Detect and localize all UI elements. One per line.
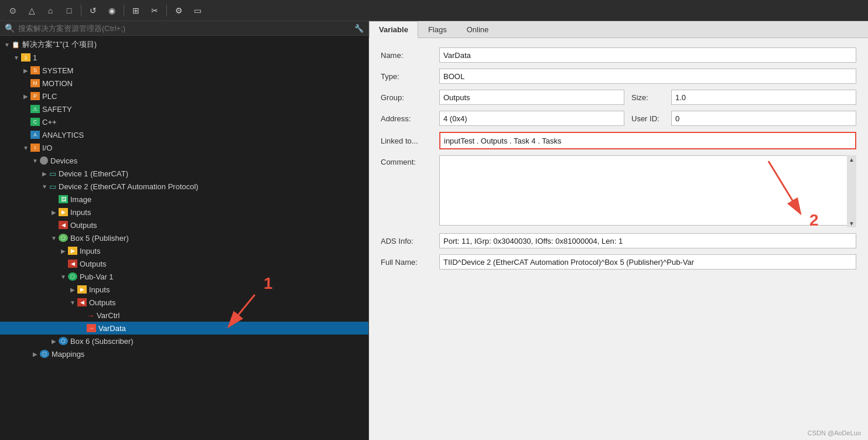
fullname-label: Full Name: (381, 258, 439, 267)
tree-label-inputs-pv: Inputs (89, 285, 110, 294)
device2-icon: ▭ (49, 182, 56, 191)
type-input[interactable] (439, 69, 856, 84)
tree-item-box5[interactable]: ▼ ⬡ Box 5 (Publisher) (0, 231, 368, 244)
tree-item-inputs-pv[interactable]: ▶ ▶ Inputs (0, 283, 368, 296)
tree-item-safety[interactable]: ⚠ SAFETY (0, 103, 368, 115)
arrow-icon: ▼ (68, 298, 77, 307)
tab-online[interactable]: Online (457, 21, 499, 37)
tree-item-inputs-b5[interactable]: ▶ ▶ Inputs (0, 244, 368, 257)
arrow-icon: ▶ (49, 336, 59, 346)
tree-item-devices[interactable]: ▼ Devices (0, 154, 368, 167)
search-options-icon[interactable]: 🔧 (354, 24, 364, 33)
address-label: Address: (381, 114, 439, 123)
io-icon: I (30, 144, 40, 152)
toolbar-btn-cut[interactable]: ✂ (146, 3, 163, 18)
type-label: Type: (381, 72, 439, 81)
tree-item-motion[interactable]: M MOTION (0, 77, 368, 90)
toolbar-btn-home[interactable]: ⌂ (42, 3, 59, 18)
ads-row: ADS Info: (381, 233, 856, 248)
toolbar-btn-3[interactable]: □ (61, 3, 77, 18)
tab-variable[interactable]: Variable (369, 21, 418, 38)
tree-label-outputs-b5: Outputs (80, 260, 107, 268)
comment-wrapper: ▲ ▼ (439, 155, 856, 227)
toolbar-btn-grid[interactable]: ⊞ (128, 3, 144, 18)
box5-icon: ⬡ (59, 234, 68, 242)
plc-icon: P (30, 92, 40, 100)
tree-item-solution[interactable]: ▼ 📋 解决方案"1"(1 个项目) (0, 38, 368, 51)
tree-item-vardata[interactable]: → VarData (0, 322, 368, 335)
tree-label-box5: Box 5 (Publisher) (70, 234, 129, 243)
arrow-icon: ▼ (21, 143, 30, 152)
tab-flags[interactable]: Flags (418, 21, 457, 37)
scroll-down-icon[interactable]: ▼ (848, 219, 856, 227)
tree-label-1: 1 (33, 53, 37, 62)
safety-icon: ⚠ (30, 105, 40, 113)
box6-icon: ⬡ (59, 337, 68, 345)
tree-label-outputs-pv: Outputs (89, 298, 116, 307)
size-input[interactable] (671, 90, 856, 105)
ads-input[interactable] (439, 233, 856, 248)
toolbar-sep-3 (166, 5, 167, 16)
toolbar-btn-4[interactable]: ◉ (104, 3, 120, 18)
tree-item-outputs-d2[interactable]: ◀ Outputs (0, 219, 368, 231)
tree-item-image[interactable]: 🖼 Image (0, 193, 368, 206)
tree-item-device1[interactable]: ▶ ▭ Device 1 (EtherCAT) (0, 167, 368, 180)
tree-label-plc: PLC (42, 92, 57, 101)
arrow-icon: ▼ (59, 272, 68, 281)
system-icon: S (30, 66, 40, 74)
toolbar-btn-rect[interactable]: ▭ (189, 3, 206, 18)
group-input[interactable] (439, 90, 624, 105)
tree-item-box6[interactable]: ▶ ⬡ Box 6 (Subscriber) (0, 335, 368, 347)
name-label: Name: (381, 51, 439, 60)
tree-item-io[interactable]: ▼ I I/O (0, 141, 368, 154)
name-input[interactable] (439, 47, 856, 63)
toolbar-btn-undo[interactable]: ↺ (85, 3, 101, 18)
toolbar-btn-settings[interactable]: ⚙ (170, 3, 187, 18)
right-panel: Variable Flags Online Name: Type: G (369, 21, 868, 440)
tree-label-devices: Devices (50, 156, 77, 165)
ads-label: ADS Info: (381, 237, 439, 245)
tree-item-pubvar1[interactable]: ▼ ⬡ Pub-Var 1 (0, 270, 368, 283)
tree-item-plc[interactable]: ▶ P PLC (0, 90, 368, 103)
tree-item-analytics[interactable]: A ANALYTICS (0, 128, 368, 141)
devices-icon (40, 156, 48, 165)
form-area: Name: Type: Group: Size: Address (369, 38, 868, 440)
inputs-pv-icon: ▶ (77, 285, 87, 294)
tree-item-system[interactable]: ▶ S SYSTEM (0, 64, 368, 77)
address-input[interactable] (439, 111, 624, 126)
search-input[interactable] (18, 24, 351, 33)
tree-item-inputs-d2[interactable]: ▶ ▶ Inputs (0, 206, 368, 219)
tree-item-outputs-b5[interactable]: ◀ Outputs (0, 257, 368, 270)
comment-label: Comment: (381, 155, 439, 166)
arrow-icon: ▶ (68, 285, 77, 294)
tree-label-cpp: C++ (42, 118, 57, 127)
tree-item-cpp[interactable]: C C++ (0, 115, 368, 128)
scroll-track (847, 163, 856, 219)
outputs-d2-icon: ◀ (59, 221, 68, 229)
comment-textarea[interactable] (439, 155, 856, 226)
tabs: Variable Flags Online (369, 21, 868, 38)
tree-item-varctrl[interactable]: → VarCtrl (0, 309, 368, 322)
toolbar-btn-1[interactable]: ⊙ (5, 3, 21, 18)
userid-label: User ID: (624, 114, 671, 123)
arrow-icon: ▶ (21, 66, 30, 75)
tree-label-motion: MOTION (42, 79, 73, 88)
search-bar: 🔍 🔧 (0, 21, 368, 36)
tree-item-outputs-pv[interactable]: ▼ ◀ Outputs (0, 296, 368, 309)
fullname-input[interactable] (439, 254, 856, 270)
tree-item-mappings[interactable]: ▶ ⬡ Mappings (0, 347, 368, 360)
toolbar-btn-2[interactable]: △ (23, 3, 40, 18)
tree-item-1[interactable]: ▼ 1 1 (0, 51, 368, 64)
varctrl-icon: → (87, 311, 94, 320)
tree-label-box6: Box 6 (Subscriber) (70, 337, 134, 346)
arrow-icon: ▼ (40, 182, 49, 191)
tree-label-mappings: Mappings (52, 350, 84, 359)
linked-input[interactable] (440, 133, 855, 148)
scroll-up-icon[interactable]: ▲ (848, 155, 856, 163)
tree-label-pubvar1: Pub-Var 1 (80, 272, 114, 281)
userid-input[interactable] (671, 111, 856, 126)
arrow-icon: ▶ (21, 91, 30, 101)
linked-row: Linked to... (381, 132, 856, 149)
tree-item-device2[interactable]: ▼ ▭ Device 2 (EtherCAT Automation Protoc… (0, 180, 368, 193)
tree-label-inputs-b5: Inputs (80, 247, 100, 255)
